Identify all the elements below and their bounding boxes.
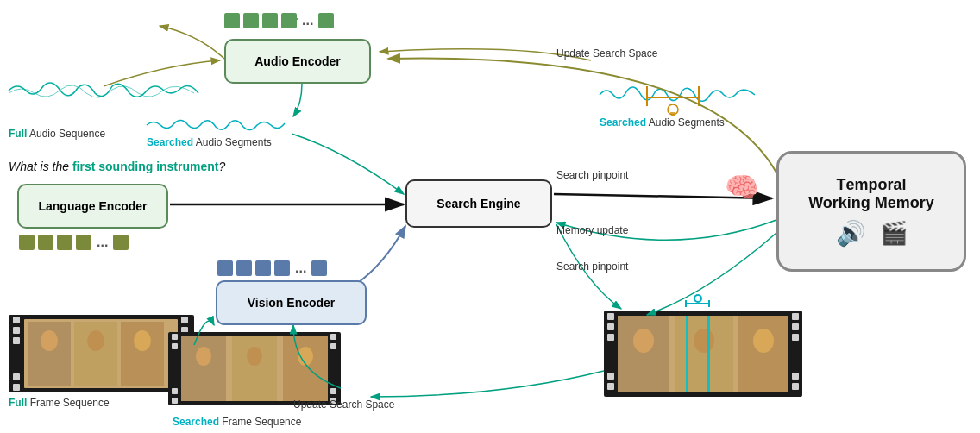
svg-rect-50 <box>618 316 669 392</box>
full-teal: Full <box>9 128 27 140</box>
audio-encoder-box: Audio Encoder <box>224 39 371 84</box>
vis-sq-4 <box>274 260 290 276</box>
svg-point-55 <box>753 329 774 353</box>
svg-rect-8 <box>13 373 20 380</box>
svg-rect-57 <box>707 316 710 392</box>
language-feature-squares: ... <box>19 235 129 250</box>
lang-dots: ... <box>97 235 108 250</box>
svg-rect-22 <box>168 332 341 405</box>
video-icon: 🎬 <box>880 220 908 247</box>
svg-rect-34 <box>283 336 328 401</box>
full-audio-label: Full Audio Sequence <box>9 128 105 140</box>
feature-sq-2 <box>243 13 259 28</box>
svg-rect-7 <box>13 337 20 344</box>
svg-point-62 <box>695 296 700 301</box>
audio-feature-squares: ... <box>224 13 334 28</box>
svg-rect-26 <box>172 398 178 404</box>
svg-rect-11 <box>181 327 188 334</box>
search-pinpoint-top: Search pinpoint <box>556 169 628 181</box>
svg-rect-28 <box>330 343 336 349</box>
svg-rect-15 <box>24 319 178 388</box>
svg-rect-43 <box>607 383 614 390</box>
search-pinpoint-bottom: Search pinpoint <box>556 260 628 273</box>
lang-sq-1 <box>19 235 35 250</box>
svg-point-21 <box>134 330 151 351</box>
diagram-container: Audio Encoder ... Search Engine Language… <box>0 0 980 433</box>
svg-point-61 <box>694 294 702 303</box>
searched-audio-label-top: Searched Audio Segments <box>600 116 725 129</box>
svg-rect-12 <box>181 337 188 344</box>
svg-point-54 <box>694 329 714 353</box>
vision-encoder-label: Vision Encoder <box>248 296 336 310</box>
svg-rect-32 <box>181 336 226 401</box>
feature-sq-5 <box>318 13 334 28</box>
lang-sq-3 <box>57 235 72 250</box>
svg-rect-51 <box>675 316 733 392</box>
svg-rect-33 <box>232 336 277 401</box>
svg-rect-9 <box>13 384 20 391</box>
lang-sq-2 <box>38 235 53 250</box>
svg-rect-18 <box>121 322 164 386</box>
feature-sq-4 <box>281 13 297 28</box>
full-frame-label: Full Frame Sequence <box>9 397 110 409</box>
twm-icons: 🔊 🎬 <box>836 219 908 248</box>
language-encoder-box: Language Encoder <box>17 184 168 229</box>
svg-rect-38 <box>604 311 802 397</box>
svg-rect-25 <box>172 388 178 394</box>
svg-rect-48 <box>792 383 799 390</box>
vision-feature-squares: ... <box>217 260 327 276</box>
svg-rect-46 <box>792 334 799 341</box>
vis-sq-5 <box>311 260 327 276</box>
svg-rect-45 <box>792 323 799 330</box>
vis-dots: ... <box>295 260 306 276</box>
svg-rect-47 <box>792 373 799 380</box>
twm-box: Temporal Working Memory 🔊 🎬 <box>776 151 966 272</box>
twm-line2: Working Memory <box>808 194 934 211</box>
full-frame-teal: Full <box>9 397 27 409</box>
searched-frame-label: Searched Frame Sequence <box>173 416 301 428</box>
svg-rect-23 <box>172 334 178 340</box>
vis-sq-1 <box>217 260 233 276</box>
searched-audio-label-bottom: Searched Audio Segments <box>147 136 272 148</box>
brain-icon: 🧠 <box>725 171 759 204</box>
svg-point-35 <box>196 347 211 366</box>
svg-rect-29 <box>330 388 336 394</box>
svg-point-37 <box>298 347 313 366</box>
twm-title: Temporal Working Memory <box>808 176 934 212</box>
vision-encoder-box: Vision Encoder <box>216 280 367 325</box>
lang-sq-5 <box>113 235 129 250</box>
svg-point-19 <box>41 330 58 351</box>
vis-sq-3 <box>255 260 271 276</box>
memory-update-label: Memory update <box>556 224 628 236</box>
svg-rect-5 <box>13 317 20 323</box>
question-highlight: first sounding instrument <box>72 160 219 173</box>
vis-sq-2 <box>236 260 252 276</box>
svg-rect-40 <box>607 323 614 330</box>
svg-rect-13 <box>181 373 188 380</box>
audio-encoder-label: Audio Encoder <box>254 54 341 68</box>
update-search-space-bottom: Update Search Space <box>293 398 394 411</box>
svg-rect-10 <box>181 317 188 323</box>
svg-rect-24 <box>172 343 178 349</box>
search-engine-label: Search Engine <box>437 197 520 210</box>
question-text: What is the first sounding instrument? <box>9 160 225 173</box>
audio-icon: 🔊 <box>836 219 866 248</box>
svg-rect-14 <box>181 384 188 391</box>
feature-dots-1: ... <box>302 13 313 28</box>
svg-rect-6 <box>13 327 20 334</box>
svg-rect-16 <box>28 322 71 386</box>
svg-rect-17 <box>74 322 117 386</box>
feature-sq-1 <box>224 13 240 28</box>
svg-point-20 <box>87 330 104 351</box>
svg-rect-4 <box>9 315 194 392</box>
searched-frame-cyan: Searched <box>173 416 219 428</box>
twm-t-bold: Temporal <box>836 176 906 193</box>
svg-rect-42 <box>607 373 614 380</box>
svg-rect-44 <box>792 313 799 320</box>
search-engine-box: Search Engine <box>405 179 552 228</box>
feature-sq-3 <box>262 13 278 28</box>
svg-rect-49 <box>618 316 788 392</box>
language-encoder-label: Language Encoder <box>38 199 147 213</box>
svg-point-36 <box>247 347 262 366</box>
svg-rect-39 <box>607 313 614 320</box>
